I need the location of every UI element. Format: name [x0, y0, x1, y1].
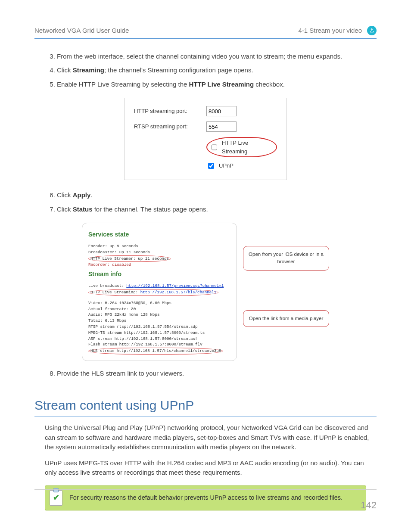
step-6: Click Apply.: [57, 190, 377, 200]
security-note-text: For security reasons the default behavio…: [69, 493, 342, 503]
info-framerate: Actual framerate: 30: [88, 306, 230, 312]
step-7: Click Status for the channel. The status…: [57, 205, 377, 215]
info-total: Total: 6.13 Mbps: [88, 318, 230, 324]
callout-media-player: Open the link from a media player: [243, 310, 329, 327]
hls-link-line: HTTP Live Streaming: http://192.168.1.57…: [88, 289, 218, 296]
svc-encoder-line: Encoder: up 9 seconds: [88, 243, 230, 249]
info-flash: Flash stream http://192.168.1.57:8000/st…: [88, 342, 230, 348]
rtsp-port-label: RTSP streaming port:: [134, 122, 199, 131]
info-asf: ASF stream http://192.168.1.57:8000/stre…: [88, 336, 230, 342]
step-8: Provide the HLS stream link to your view…: [57, 369, 377, 379]
rtsp-port-input[interactable]: [206, 121, 237, 132]
para-upnp-2: UPnP uses MPEG-TS over HTTP with the H.2…: [45, 458, 377, 478]
steps-list-c: Provide the HLS stream link to your view…: [34, 369, 377, 379]
info-audio: Audio: MP3 22kHz mono 128 kbps: [88, 312, 230, 318]
upnp-checkbox[interactable]: [208, 163, 214, 169]
info-mpegts: MPEG-TS stream http://192.168.1.57:8000/…: [88, 330, 230, 336]
live-broadcast-line: Live broadcast: http://192.168.1.57/prev…: [88, 283, 230, 289]
hls-checkbox-label: HTTP Live Streaming: [222, 139, 272, 156]
stream-info-heading: Stream info: [88, 270, 230, 279]
section-heading-upnp: Stream content using UPnP: [34, 395, 377, 417]
step-4: Click Streaming; the channel's Streaming…: [57, 65, 377, 75]
upnp-checkbox-label: UPnP: [219, 162, 234, 170]
steps-list-a: From the web interface, select the chann…: [34, 52, 377, 90]
clipboard-check-icon: ✔: [50, 490, 62, 506]
step-3: From the web interface, select the chann…: [57, 52, 377, 62]
steps-list-b: Click Apply. Click Status for the channe…: [34, 190, 377, 214]
hls-checkbox[interactable]: [212, 144, 217, 150]
services-state-heading: Services state: [88, 230, 230, 239]
page-number: 142: [361, 498, 377, 512]
streaming-config-screenshot: HTTP streaming port: RTSP streaming port…: [124, 98, 287, 180]
callout-ios-browser: Open from your iOS device or in a browse…: [243, 246, 329, 271]
svc-hls-line: HTTP Live Streamer: up 11 seconds: [88, 255, 171, 262]
http-port-input[interactable]: [206, 106, 237, 116]
header-chapter: 4-1 Stream your video: [298, 26, 362, 36]
step-5: Enable HTTP Live Streaming by selecting …: [57, 80, 377, 90]
share-icon: [367, 26, 377, 35]
footer-rule: [34, 489, 377, 490]
info-rtsp: RTSP stream rtsp://192.168.1.57:554/stre…: [88, 324, 230, 330]
status-page-screenshot: Services state Encoder: up 9 seconds Bro…: [34, 223, 377, 361]
info-hls-stream: HLS stream http://192.168.1.57/hls/chann…: [88, 348, 223, 355]
page-header: Networked VGA Grid User Guide 4-1 Stream…: [34, 26, 377, 39]
svc-recorder-line: Recorder: disabled: [88, 262, 230, 268]
http-port-label: HTTP streaming port:: [134, 107, 199, 115]
header-guide-title: Networked VGA Grid User Guide: [34, 26, 129, 36]
hls-checkbox-highlight: HTTP Live Streaming: [206, 137, 277, 157]
svc-broadcaster-line: Broadcaster: up 11 seconds: [88, 249, 230, 255]
info-video: Video: H.264 1024x768@30, 6.00 Mbps: [88, 300, 230, 306]
para-upnp-1: Using the Universal Plug and Play (UPnP)…: [45, 423, 377, 452]
